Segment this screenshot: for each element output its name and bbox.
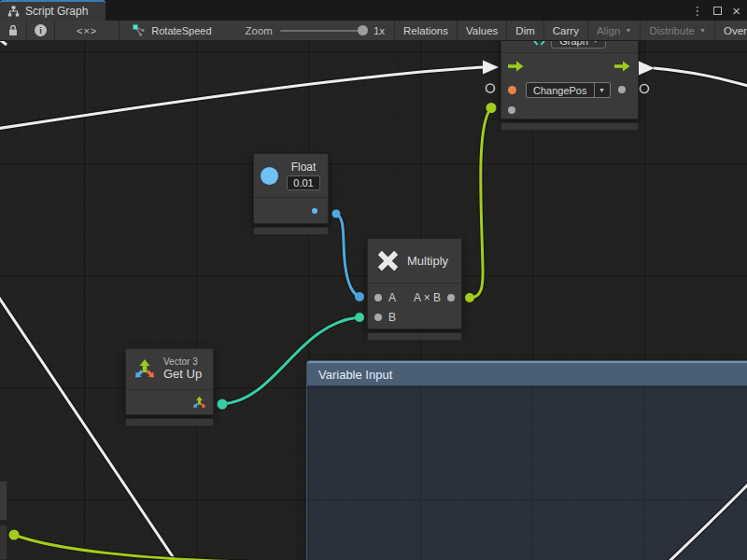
tab-bar: Script Graph ⋮ × [0,0,747,21]
distribute-label: Distribute [649,25,695,36]
zoom-label: Zoom [246,25,273,36]
align-button[interactable]: Align ▼ [588,21,641,40]
window-menu-icon[interactable]: ⋮ [691,5,703,17]
multiply-b-inner-port-icon[interactable] [374,314,382,321]
node-vector3-get-up[interactable]: Vector 3 Get Up [125,348,214,427]
embed-graph-button[interactable]: <×> [55,21,120,40]
relations-button[interactable]: Relations [395,21,458,40]
tab-label: Script Graph [25,5,88,18]
node-float[interactable]: Float 0.01 [253,153,329,235]
zoom-slider-handle[interactable] [358,25,368,35]
graph-toolbar: i <×> RotateSpeed Zoom 1x Relations Valu… [0,21,747,41]
script-graph-window: Variable Input [0,0,747,560]
info-button[interactable]: i [27,21,55,40]
node-partial-left[interactable] [0,481,7,521]
graph-name-label: RotateSpeed [151,25,211,36]
close-icon[interactable]: × [732,4,740,18]
chevron-down-icon: ▼ [699,27,706,34]
zoom-value: 1x [374,25,385,36]
node-footer [367,332,462,341]
changepos-in-port-icon[interactable] [508,106,515,114]
vector-node-title: Get Up [163,368,202,382]
node-graph-changepos[interactable]: Graph ▾ ChangePos ▼ [500,28,639,131]
align-label: Align [597,25,621,36]
node-multiply[interactable]: Multiply A A × B B [367,238,462,341]
multiply-port-out-label: A × B [414,291,441,304]
info-icon: i [35,24,47,36]
vector-output-port-icon[interactable] [192,396,206,410]
trigger-out-arrow-icon[interactable] [614,61,630,72]
chevron-down-icon: ▼ [594,83,610,97]
group-variable-input[interactable]: Variable Input [306,360,747,560]
multiply-node-title: Multiply [407,254,448,268]
values-label: Values [466,25,498,36]
multiply-port-b-label: B [388,311,396,324]
carry-button[interactable]: Carry [544,21,588,40]
graph-reference[interactable]: RotateSpeed [120,21,222,40]
vector3-icon [134,358,156,381]
zoom-slider[interactable] [280,30,366,32]
maximize-icon[interactable] [713,7,722,15]
node-footer [253,227,329,235]
carry-label: Carry [553,25,579,36]
chevron-down-icon: ▼ [625,27,631,34]
changepos-dropdown-value: ChangePos [527,83,594,97]
distribute-button[interactable]: Distribute ▼ [641,21,715,40]
group-header[interactable]: Variable Input [307,361,747,385]
embed-graph-icon: <×> [63,25,110,36]
float-output-port-icon[interactable] [312,208,317,214]
node-footer [500,122,639,131]
script-graph-icon [7,6,20,17]
multiply-icon [376,249,400,273]
multiply-port-a-label: A [388,291,396,304]
float-value-field[interactable]: 0.01 [287,175,320,190]
changepos-dropdown[interactable]: ChangePos ▼ [526,82,611,98]
lock-icon [7,24,19,36]
changepos-variable-port-icon[interactable] [508,86,516,94]
multiply-out-inner-port-icon[interactable] [447,294,455,301]
float-node-title: Float [291,161,317,174]
changepos-out-port-icon[interactable] [618,86,626,93]
node-footer [125,418,214,427]
graph-node-icon [133,24,145,36]
trigger-in-arrow-icon[interactable] [508,61,524,72]
overview-label: Overview [724,25,747,36]
zoom-control: Zoom 1x [223,21,396,40]
lock-button[interactable] [0,21,27,40]
tab-script-graph[interactable]: Script Graph [0,0,106,21]
dim-label: Dim [515,25,534,36]
dim-button[interactable]: Dim [507,21,543,40]
values-button[interactable]: Values [458,21,507,40]
node-partial-left-footer [0,525,7,560]
multiply-a-inner-port-icon[interactable] [374,294,382,301]
window-controls: ⋮ × [691,0,740,21]
overview-button[interactable]: Overview [715,21,747,40]
group-title: Variable Input [318,368,392,382]
float-type-icon [261,167,278,185]
relations-label: Relations [403,25,448,36]
